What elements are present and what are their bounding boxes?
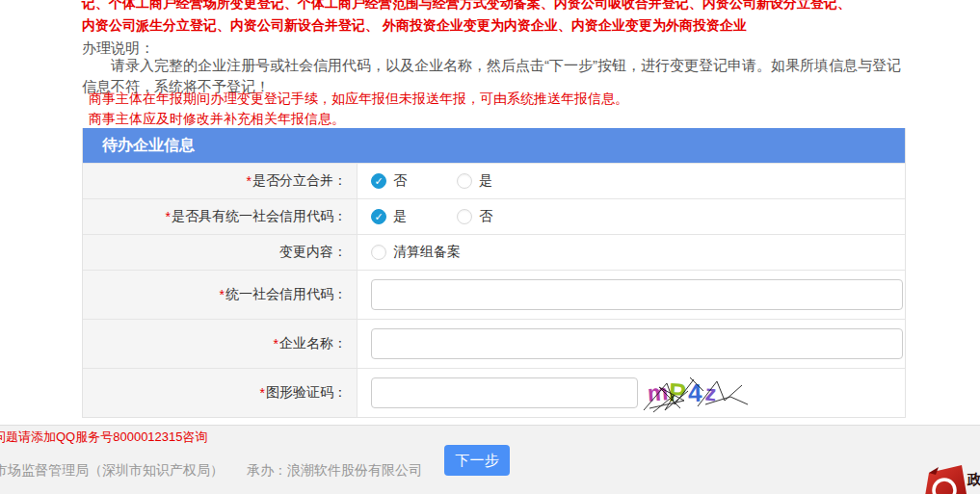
required-asterisk: * (247, 173, 252, 189)
field-value: 清算组备案 (358, 235, 905, 270)
radio-unchecked-icon (457, 173, 472, 189)
footer-credits: 市场监督管理局（深圳市知识产权局）承办：浪潮软件股份有限公司 (0, 462, 422, 480)
radio-unchecked-icon (457, 209, 472, 224)
radio-checked-icon: ✓ (371, 173, 386, 189)
radio-label: 清算组备案 (393, 244, 461, 261)
field-label: * 是否具有统一社会信用代码： (83, 199, 358, 234)
annual-report-warning: 商事主体在年报期间办理变更登记手续，如应年报但未报送年报，可由系统推送年报信息。 (89, 91, 628, 108)
gov-badge-logo[interactable]: 政 (923, 463, 980, 494)
required-asterisk: * (220, 287, 225, 302)
field-label: 变更内容： (83, 235, 358, 270)
radio-split-merge-yes[interactable]: 是 (457, 172, 492, 190)
pending-enterprise-panel: 待办企业信息 * 是否分立合并： ✓ 否 是 * 是否具有统一社会信用代码： ✓ (82, 128, 906, 418)
gov-badge-char: 政 (967, 471, 980, 489)
footer-undertaker: 承办：浪潮软件股份有限公司 (247, 462, 422, 478)
field-captcha: * 图形验证码： m P 4 z (83, 368, 905, 417)
field-value: m P 4 z (358, 369, 905, 417)
field-value (358, 271, 905, 319)
field-value: ✓ 否 是 (358, 164, 905, 198)
radio-label: 否 (479, 208, 492, 225)
registration-types-line1: 记、个体工商户经营场所变更登记、个体工商户经营范围与经营方式变动备案、内资公司吸… (82, 0, 973, 14)
required-asterisk: * (166, 209, 171, 224)
panel-title: 待办企业信息 (83, 128, 905, 163)
captcha-char: 4 (688, 377, 703, 407)
next-step-button[interactable]: 下一步 (444, 445, 510, 476)
footer-org: 市场监督管理局（深圳市知识产权局） (0, 462, 224, 478)
captcha-image[interactable]: m P 4 z (648, 374, 748, 412)
field-label: * 企业名称： (83, 320, 358, 368)
field-value: ✓ 是 否 (358, 199, 905, 234)
field-label-text: 图形验证码： (266, 384, 347, 402)
required-asterisk: * (260, 385, 265, 401)
radio-liquidation-record[interactable]: 清算组备案 (371, 244, 461, 261)
field-value (358, 320, 905, 368)
field-has-credit-code: * 是否具有统一社会信用代码： ✓ 是 否 (83, 198, 905, 234)
radio-label: 是 (479, 172, 492, 190)
captcha-char: z (704, 379, 718, 406)
field-label-text: 是否分立合并： (252, 172, 347, 190)
radio-has-code-no[interactable]: 否 (457, 208, 492, 225)
radio-checked-icon: ✓ (371, 209, 386, 224)
captcha-char: m (647, 378, 669, 406)
field-label-text: 企业名称： (279, 335, 347, 352)
field-split-merge: * 是否分立合并： ✓ 否 是 (83, 163, 905, 198)
field-label: * 图形验证码： (83, 369, 358, 417)
field-credit-code: * 统一社会信用代码： (83, 270, 905, 319)
captcha-input[interactable] (371, 377, 638, 408)
qq-service-notice: 问题请添加QQ服务号8000012315咨询 (0, 429, 208, 446)
field-company-name: * 企业名称： (83, 319, 905, 368)
field-label-text: 是否具有统一社会信用代码： (172, 208, 347, 225)
field-label-text: 统一社会信用代码： (225, 286, 347, 303)
field-change-content: 变更内容： 清算组备案 (83, 234, 905, 270)
field-label: * 统一社会信用代码： (83, 271, 358, 319)
annual-report-warning-2: 商事主体应及时修改并补充相关年报信息。 (89, 111, 345, 128)
field-label: * 是否分立合并： (83, 164, 358, 198)
registration-types-line2: 内资公司派生分立登记、内资公司新设合并登记、 外商投资企业变更为内资企业、内资企… (82, 14, 973, 37)
required-asterisk: * (274, 336, 278, 351)
radio-unchecked-icon (371, 245, 386, 260)
company-name-input[interactable] (371, 328, 903, 359)
radio-split-merge-no[interactable]: ✓ 否 (371, 172, 407, 190)
credit-code-input[interactable] (371, 279, 903, 310)
field-label-text: 变更内容： (279, 244, 347, 261)
radio-has-code-yes[interactable]: ✓ 是 (371, 208, 407, 225)
registration-types-notice: 记、个体工商户经营场所变更登记、个体工商户经营范围与经营方式变动备案、内资公司吸… (82, 0, 973, 37)
radio-label: 是 (393, 208, 407, 225)
radio-label: 否 (393, 172, 407, 190)
captcha-char: P (669, 377, 688, 408)
